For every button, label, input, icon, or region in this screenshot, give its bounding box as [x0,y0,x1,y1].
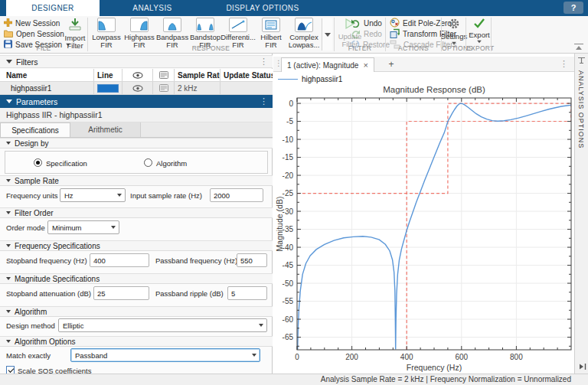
undo-label: Undo [364,19,382,28]
parameters-tabstrip: Specifications Arithmetic [0,122,273,138]
match-exactly-dropdown[interactable]: Passband [70,348,260,362]
design-mask-line [407,103,571,350]
collapse-toolstrip-icon[interactable] [574,44,583,51]
input-sample-rate-field[interactable] [210,188,263,202]
pin-panel-icon[interactable] [577,57,586,64]
bandpass-fir-icon [163,18,181,32]
collapse-caret-icon [6,142,11,145]
design-method-value: Elliptic [63,321,83,330]
close-tab-icon[interactable]: × [363,60,368,70]
section-algorithm-options[interactable]: Algorithm Options [0,336,273,347]
design-method-dropdown[interactable]: Elliptic [58,318,267,332]
parameters-panel-title: Parameters [16,97,57,106]
filters-table-header: Name Line Sample Rate Update Status [0,69,273,82]
y-tick-label: -65 [283,333,294,341]
filter-table-row[interactable]: highpassiir1 2 kHz [0,82,273,95]
tab-designer[interactable]: DESIGNER [6,0,100,16]
annotation-icon [153,69,175,81]
filter-line-swatch[interactable] [97,84,119,93]
filters-panel-header[interactable]: Filters [0,55,273,68]
filters-table: Name Line Sample Rate Update Status high… [0,69,273,95]
undo-icon [351,18,361,29]
bandstop-fir-icon [196,18,214,32]
differentiator-fir-icon [229,18,247,32]
open-session-button[interactable]: Open Session [4,29,64,39]
analysis-options-strip: ANALYSIS OPTIONS [574,54,588,374]
new-session-button[interactable]: New Session [4,18,60,28]
x-tick-label: 600 [455,353,468,361]
plot-tabstrip: 1 (active): Magnitude × + [273,57,574,72]
stopband-frequency-field[interactable] [90,253,149,267]
options-section-label: OPTIONS [442,44,466,52]
collapse-caret-icon [6,60,12,64]
axes-box [297,98,571,350]
tab-arithmetic[interactable]: Arithmetic [70,122,141,137]
radio-specification-label: Specification [46,159,87,168]
legend-label: highpassiir1 [302,75,342,83]
gallery-caret-icon [325,33,331,37]
section-frequency-specifications[interactable]: Frequency Specifications [0,240,273,251]
section-algorithm[interactable]: Algorithm [0,306,273,317]
x-axis-label: Frequency (Hz) [407,363,462,372]
radio-algorithm[interactable] [144,158,152,167]
edit-pole-zero-icon [390,18,400,29]
stopband-attenuation-label: Stopband attenuation (dB) [6,289,91,298]
analysis-options-tab[interactable]: ANALYSIS OPTIONS [577,70,585,148]
plot-panel: 1 (active): Magnitude × + highpassiir1 0… [273,54,574,374]
passband-frequency-field[interactable] [237,253,267,267]
export-label: Export [469,31,489,39]
filters-kebab-menu-icon[interactable] [260,57,268,67]
tab-specifications[interactable]: Specifications [0,122,70,137]
new-session-icon [4,18,12,28]
section-title: Frequency Specifications [15,242,100,250]
y-axis-label: Magnitude (dB) [275,197,284,252]
filter-line-cell[interactable] [94,82,122,94]
collapse-caret-icon [6,310,11,313]
y-tick-label: 0 [289,100,293,108]
undo-button[interactable]: Undo [351,18,382,28]
col-update-status: Update Status [220,69,273,81]
section-sample-rate[interactable]: Sample Rate [0,175,273,186]
passband-ripple-field[interactable] [227,286,267,300]
file-section-label: FILE [0,44,87,52]
match-exactly-label: Match exactly [6,351,51,360]
actions-section-label: ACTIONS [386,44,441,52]
y-tick-label: -15 [283,153,294,162]
y-tick-label: -5 [286,117,293,126]
export-section-label: EXPORT [466,44,491,52]
filter-visibility-toggle[interactable] [122,82,153,94]
highpass-fir-icon [130,18,149,32]
collapse-caret-icon [6,179,11,182]
help-button[interactable]: ? [564,2,583,14]
section-design-by[interactable]: Design by [0,138,273,148]
parameters-kebab-menu-icon[interactable] [260,96,268,106]
left-panel: Filters Name Line Sample Rate Update Sta… [0,54,273,374]
tab-display-options[interactable]: DISPLAY OPTIONS [205,0,320,16]
filter-update-status-cell [220,82,273,94]
section-magnitude-specifications[interactable]: Magnitude Specifications [0,273,273,284]
section-filter-order[interactable]: Filter Order [0,207,273,218]
order-mode-label: Order mode [6,223,45,232]
plot-kebab-menu-icon[interactable] [560,59,568,69]
add-tab-button[interactable]: + [385,58,397,70]
status-text: Analysis Sample Rate = 2 kHz | Frequency… [321,375,571,383]
section-title: Algorithm Options [15,338,75,346]
new-session-label: New Session [15,19,60,28]
section-title: Sample Rate [15,177,59,185]
magnitude-chart[interactable]: 02004006008000-5-10-15-20-25-30-35-40-45… [273,84,574,374]
frequency-units-value: Hz [64,191,74,200]
plot-tab-magnitude[interactable]: 1 (active): Magnitude × [281,57,374,72]
tab-analysis[interactable]: ANALYSIS [100,0,205,16]
frequency-units-dropdown[interactable]: Hz [60,188,126,202]
radio-specification[interactable] [34,158,42,167]
parameters-panel-header[interactable]: Parameters [0,95,273,108]
order-mode-dropdown[interactable]: Minimum [47,220,119,234]
passband-ripple-label: Passband ripple (dB) [155,289,224,298]
export-caret-icon [477,41,482,44]
passband-frequency-label: Passband frequency (Hz) [155,256,237,265]
stopband-attenuation-field[interactable] [93,286,149,300]
col-name: Name [0,69,94,81]
dock-panel-icon[interactable] [577,363,586,370]
redo-button[interactable]: Redo [351,29,382,39]
filter-annotation-toggle[interactable] [153,82,175,94]
